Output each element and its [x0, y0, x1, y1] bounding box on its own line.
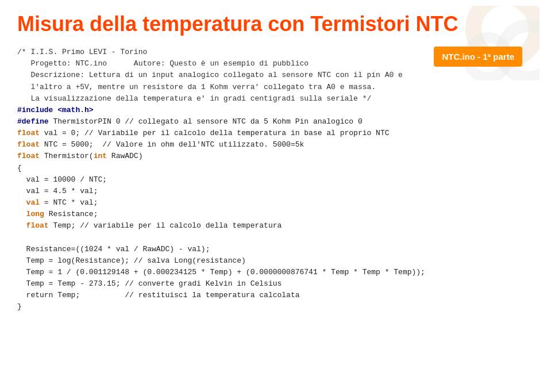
code-block: /* I.I.S. Primo LEVI - Torino Progetto: …: [17, 47, 534, 313]
content-area: NTC.ino - 1ª parte /* I.I.S. Primo LEVI …: [17, 47, 534, 313]
badge: NTC.ino - 1ª parte: [434, 47, 522, 67]
